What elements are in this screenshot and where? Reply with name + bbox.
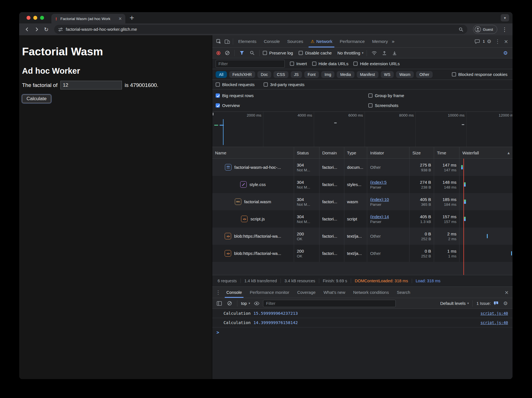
overview-checkbox[interactable]: Overview (216, 103, 368, 108)
drawer-menu-icon[interactable]: ⋮ (214, 288, 222, 297)
tab-close-icon[interactable]: × (118, 16, 122, 21)
zoom-icon[interactable] (459, 27, 463, 32)
console-messages-button[interactable] (473, 37, 481, 46)
disable-cache-checkbox[interactable]: Disable cache (299, 51, 332, 55)
throttling-dropdown[interactable]: No throttling ▾ (337, 51, 363, 55)
tab-memory[interactable]: Memory (368, 35, 391, 47)
export-har-icon[interactable] (390, 49, 399, 57)
chip-fetch-xhr[interactable]: Fetch/XHR (229, 71, 255, 78)
devtools-menu-icon[interactable]: ⋮ (493, 37, 502, 46)
issues-label[interactable]: 1 Issue: (476, 301, 491, 306)
column-size[interactable]: Size (410, 147, 434, 158)
request-row-stylesheet[interactable]: style.css 304Not M... factori... styles.… (212, 176, 513, 193)
column-domain[interactable]: Domain (319, 147, 344, 158)
console-empty-area[interactable] (212, 337, 513, 379)
factorial-input[interactable] (60, 81, 122, 89)
forward-button[interactable] (32, 25, 41, 34)
context-selector[interactable]: top ▾ (241, 301, 250, 306)
chip-wasm[interactable]: Wasm (396, 71, 414, 78)
tab-search-chevron-icon[interactable]: ▾ (501, 14, 509, 21)
invert-checkbox[interactable]: Invert (290, 61, 307, 66)
initiator-link[interactable]: (index):14 (370, 214, 406, 219)
close-window-button[interactable] (27, 16, 30, 20)
filter-funnel-icon[interactable] (238, 49, 246, 57)
drawer-tab-search[interactable]: Search (393, 287, 414, 298)
device-toolbar-button[interactable] (223, 37, 231, 46)
console-settings-gear-icon[interactable]: ⚙ (501, 299, 510, 308)
column-initiator[interactable]: Initiator (367, 147, 410, 158)
chip-manifest[interactable]: Manifest (357, 71, 378, 78)
chip-media[interactable]: Media (337, 71, 354, 78)
request-row-wasm[interactable]: WAfactorial.wasm 304Not M... factori... … (212, 193, 513, 210)
hide-extension-urls-checkbox[interactable]: Hide extension URLs (353, 61, 400, 66)
overview-handle[interactable] (213, 113, 213, 115)
column-time[interactable]: Time (434, 147, 459, 158)
chip-other[interactable]: Other (416, 71, 433, 78)
settings-gear-icon[interactable]: ⚙ (485, 37, 493, 46)
console-sidebar-icon[interactable] (215, 299, 224, 308)
close-devtools-icon[interactable]: × (502, 37, 510, 46)
chip-img[interactable]: Img (321, 71, 334, 78)
big-request-rows-checkbox[interactable]: Big request rows (216, 93, 368, 98)
drawer-tab-performance-monitor[interactable]: Performance monitor (246, 287, 293, 298)
tab-network[interactable]: ⚠ Network (307, 35, 336, 47)
drawer-tab-network-conditions[interactable]: Network conditions (349, 287, 393, 298)
maximize-window-button[interactable] (40, 16, 44, 20)
clear-console-icon[interactable] (227, 301, 232, 305)
column-name[interactable]: Name (212, 147, 294, 158)
new-tab-button[interactable]: + (129, 15, 134, 21)
profile-button[interactable]: Guest (473, 25, 497, 34)
blocked-requests-checkbox[interactable]: Blocked requests (216, 82, 255, 87)
browser-tab[interactable]: ! Factorial Wasm (ad hoc Work × (51, 14, 125, 23)
blocked-response-cookies-checkbox[interactable]: Blocked response cookies (452, 72, 507, 77)
initiator-link[interactable]: (index):5 (370, 180, 406, 185)
chip-ws[interactable]: WS (381, 71, 394, 78)
minimize-window-button[interactable] (33, 16, 37, 20)
log-levels-dropdown[interactable]: Default levels ▾ (440, 301, 469, 306)
search-icon[interactable] (248, 49, 256, 57)
address-bar[interactable]: factorial-wasm-ad-hoc-worker.glitch.me (54, 25, 467, 34)
network-conditions-icon[interactable] (370, 49, 378, 57)
inspect-element-button[interactable] (214, 37, 223, 46)
initiator-link[interactable]: (index):10 (370, 197, 406, 202)
group-by-frame-checkbox[interactable]: Group by frame (368, 93, 509, 98)
network-settings-gear-icon[interactable]: ⚙ (501, 49, 510, 57)
console-source-link[interactable]: script.js:40 (480, 311, 508, 316)
third-party-requests-checkbox[interactable]: 3rd-party requests (264, 82, 305, 87)
console-prompt[interactable]: > (212, 327, 513, 337)
tab-sources[interactable]: Sources (284, 35, 307, 47)
console-filter-input[interactable] (263, 300, 396, 307)
column-type[interactable]: Type (344, 147, 367, 158)
site-settings-icon[interactable] (58, 27, 63, 32)
back-button[interactable] (23, 25, 32, 34)
request-row-blob-1[interactable]: <>blob:https://factorial-wa... 200OK fac… (212, 228, 513, 245)
import-har-icon[interactable] (380, 49, 389, 57)
chip-doc[interactable]: Doc (257, 71, 271, 78)
request-row-script[interactable]: <>script.js 304Not M... factori... scrip… (212, 210, 513, 228)
chip-css[interactable]: CSS (273, 71, 288, 78)
chip-font[interactable]: Font (304, 71, 319, 78)
tab-performance[interactable]: Performance (336, 35, 369, 47)
request-row-blob-2[interactable]: <>blob:https://factorial-wa... 200OK fac… (212, 245, 513, 262)
network-filter-input[interactable] (216, 60, 285, 68)
preserve-log-checkbox[interactable]: Preserve log (263, 51, 293, 55)
record-button[interactable] (216, 51, 220, 55)
console-source-link[interactable]: script.js:40 (480, 320, 508, 325)
request-row-document[interactable]: factorial-wasm-ad-hoc-... 304Not M... fa… (212, 159, 513, 176)
screenshots-checkbox[interactable]: Screenshots (368, 103, 509, 108)
drawer-tab-coverage[interactable]: Coverage (293, 287, 319, 298)
calculate-button[interactable]: Calculate (22, 95, 51, 103)
more-tabs-icon[interactable]: » (391, 39, 395, 44)
drawer-tab-whats-new[interactable]: What's new (319, 287, 349, 298)
close-drawer-icon[interactable]: × (502, 288, 511, 297)
network-overview-timeline[interactable]: 2000 ms 4000 ms 6000 ms 8000 ms 10000 ms… (212, 112, 513, 147)
chip-js[interactable]: JS (291, 71, 302, 78)
tab-elements[interactable]: Elements (235, 35, 260, 47)
column-status[interactable]: Status (294, 147, 319, 158)
browser-menu-button[interactable]: ⋮ (500, 25, 509, 34)
chip-all[interactable]: All (216, 71, 227, 78)
column-waterfall[interactable]: Waterfall ▲ (459, 147, 513, 158)
clear-network-log-icon[interactable] (225, 51, 229, 55)
reload-button[interactable]: ↻ (42, 25, 51, 34)
issues-counter-button[interactable]: 1 (494, 301, 498, 305)
